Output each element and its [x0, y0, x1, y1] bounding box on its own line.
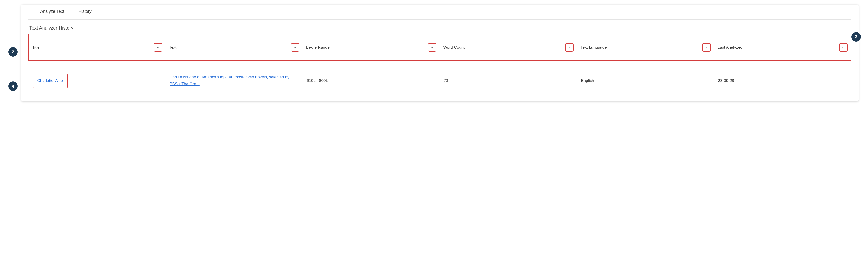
tab-analyze-text[interactable]: Analyze Text	[33, 9, 71, 19]
tab-history[interactable]: History	[71, 9, 99, 19]
sort-wordcount-button[interactable]	[565, 43, 574, 52]
cell-title: Charlotte Web	[29, 61, 166, 101]
history-table: Title Text Lex	[28, 34, 851, 101]
history-card: 2 3 4 Analyze Text History Text Analyzer…	[21, 5, 859, 101]
sort-language-button[interactable]	[702, 43, 711, 52]
sort-lexile-button[interactable]	[428, 43, 436, 52]
chevron-down-icon	[567, 45, 571, 49]
cell-last-analyzed: 23-09-28	[714, 61, 851, 101]
col-last-analyzed: Last Analyzed	[714, 34, 851, 61]
col-language: Text Language	[577, 34, 714, 61]
col-text: Text	[166, 34, 303, 61]
col-title-label: Title	[32, 45, 40, 50]
title-link[interactable]: Charlotte Web	[37, 79, 63, 83]
text-link[interactable]: Don't miss one of America's top 100 most…	[169, 75, 289, 86]
cell-language: English	[577, 61, 714, 101]
cell-text: Don't miss one of America's top 100 most…	[166, 61, 303, 101]
col-text-label: Text	[169, 45, 176, 50]
col-wordcount-label: Word Count	[443, 45, 464, 50]
chevron-down-icon	[156, 45, 160, 49]
annotation-callout-3: 3	[851, 32, 861, 41]
cell-lexile: 610L - 800L	[303, 61, 440, 101]
chevron-down-icon	[430, 45, 434, 49]
col-lexile-label: Lexile Range	[306, 45, 330, 50]
title-highlight: Charlotte Web	[33, 74, 67, 88]
sort-text-button[interactable]	[291, 43, 300, 52]
chevron-down-icon	[705, 45, 708, 49]
chevron-down-icon	[293, 45, 297, 49]
col-language-label: Text Language	[580, 45, 607, 50]
chevron-up-icon	[842, 45, 845, 49]
col-title: Title	[29, 34, 166, 61]
tabs: Analyze Text History	[28, 9, 851, 20]
cell-wordcount: 73	[440, 61, 577, 101]
page-title: Text Analyzer History	[29, 25, 851, 31]
table-row: Charlotte Web Don't miss one of America'…	[29, 61, 851, 101]
col-last-analyzed-label: Last Analyzed	[718, 45, 743, 50]
annotation-callout-2: 2	[8, 47, 18, 57]
table-header-row: Title Text Lex	[29, 34, 851, 61]
sort-last-analyzed-button[interactable]	[839, 43, 848, 52]
annotation-callout-4: 4	[8, 82, 18, 91]
sort-title-button[interactable]	[154, 43, 162, 52]
col-lexile: Lexile Range	[303, 34, 440, 61]
col-wordcount: Word Count	[440, 34, 577, 61]
